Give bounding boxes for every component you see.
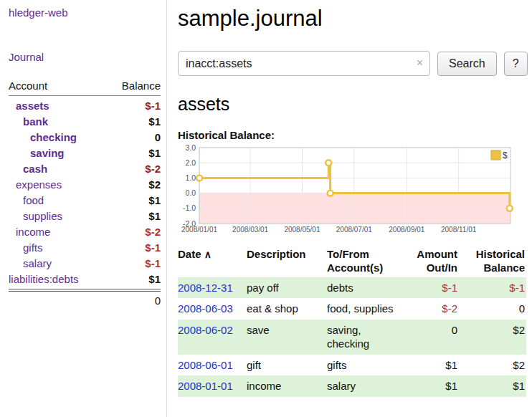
transaction-date-link[interactable]: 2008-06-03 bbox=[178, 302, 233, 315]
register-amount-cell: $1 bbox=[404, 355, 459, 376]
main-content: sample.journal × Search ? assets Histori… bbox=[178, 6, 532, 397]
account-link[interactable]: assets bbox=[9, 100, 49, 112]
account-link[interactable]: checking bbox=[9, 131, 77, 143]
account-balance: $-1 bbox=[145, 257, 161, 269]
svg-text:3.0: 3.0 bbox=[185, 145, 196, 152]
account-balance: $2 bbox=[148, 178, 161, 191]
journal-nav-link[interactable]: Journal bbox=[9, 51, 44, 63]
account-balance: $-1 bbox=[145, 100, 161, 112]
account-link[interactable]: supplies bbox=[9, 210, 62, 222]
register-balance-cell: $1 bbox=[459, 375, 526, 397]
clear-search-icon[interactable]: × bbox=[417, 57, 423, 70]
account-link[interactable]: expenses bbox=[9, 178, 62, 191]
register-description-cell: pay off bbox=[247, 277, 327, 299]
account-rows: assets$-1bank$1checking0saving$1cash$-2e… bbox=[9, 97, 161, 287]
transaction-date-link[interactable]: 2008-01-01 bbox=[178, 380, 233, 392]
account-row: salary$-1 bbox=[9, 255, 161, 271]
register-accounts-cell: gifts bbox=[327, 355, 404, 376]
register-date-cell: 2008-12-31 bbox=[178, 277, 247, 299]
account-row: saving$1 bbox=[9, 145, 161, 160]
account-link[interactable]: liabilities:debts bbox=[9, 273, 79, 285]
account-row: bank$1 bbox=[9, 113, 161, 129]
register-amount-cell: 0 bbox=[404, 320, 459, 355]
account-balance: $-1 bbox=[145, 241, 161, 254]
register-accounts-cell: saving, checking bbox=[327, 320, 404, 355]
sort-ascending-icon: ∧ bbox=[204, 249, 212, 260]
transaction-date-link[interactable]: 2008-12-31 bbox=[178, 282, 233, 294]
account-balance: $-2 bbox=[145, 226, 161, 238]
svg-text:1.0: 1.0 bbox=[185, 173, 196, 182]
balance-column-header: Balance bbox=[122, 80, 161, 92]
account-link[interactable]: gifts bbox=[9, 241, 43, 254]
register-tbody: 2008-12-31pay offdebts$-1$-12008-06-03ea… bbox=[178, 277, 526, 397]
account-balance: 0 bbox=[155, 131, 161, 143]
brand-link[interactable]: hledger-web bbox=[9, 6, 68, 19]
date-column-header[interactable]: Date ∧ bbox=[178, 246, 247, 277]
account-balance: $1 bbox=[148, 147, 161, 159]
register-date-cell: 2008-01-01 bbox=[178, 375, 247, 397]
svg-text:2008/05/01: 2008/05/01 bbox=[284, 226, 320, 234]
svg-text:0.0: 0.0 bbox=[185, 188, 196, 197]
account-link[interactable]: saving bbox=[9, 147, 65, 159]
register-accounts-cell: debts bbox=[327, 277, 404, 299]
register-accounts-cell: salary bbox=[327, 375, 404, 397]
sidebar-nav: Journal bbox=[9, 51, 161, 64]
account-heading: assets bbox=[178, 94, 526, 115]
account-column-header: Account bbox=[9, 80, 47, 92]
account-link[interactable]: salary bbox=[9, 257, 52, 269]
account-row: expenses$2 bbox=[9, 176, 161, 192]
brand: hledger-web bbox=[9, 6, 161, 19]
search-row: × Search ? bbox=[178, 51, 526, 76]
account-link[interactable]: bank bbox=[9, 115, 48, 128]
historical-balance-chart: 3.02.01.00.0-1.0-2.02008/01/012008/03/01… bbox=[178, 145, 515, 236]
search-input[interactable] bbox=[178, 51, 430, 76]
register-balance-cell: $-1 bbox=[459, 277, 526, 299]
register-row: 2008-06-03eat & shopfood, supplies$-20 bbox=[178, 298, 526, 320]
accounts-column-header: To/From Account(s) bbox=[327, 246, 404, 277]
account-balance: $1 bbox=[148, 273, 161, 285]
register-accounts-cell: food, supplies bbox=[327, 298, 404, 320]
register-description-cell: eat & shop bbox=[247, 298, 327, 320]
svg-text:2008/11/01: 2008/11/01 bbox=[441, 226, 477, 234]
transaction-date-link[interactable]: 2008-06-02 bbox=[178, 324, 233, 336]
account-row: income$-2 bbox=[9, 224, 161, 239]
account-link[interactable]: food bbox=[9, 194, 44, 206]
svg-text:2008/03/01: 2008/03/01 bbox=[232, 226, 268, 234]
register-row: 2008-06-02savesaving, checking0$2 bbox=[178, 320, 526, 355]
register-balance-cell: $2 bbox=[459, 320, 526, 355]
svg-text:2008/01/01: 2008/01/01 bbox=[181, 226, 217, 234]
description-column-header: Description bbox=[247, 246, 327, 277]
register-amount-cell: $-2 bbox=[404, 298, 459, 320]
register-description-cell: gift bbox=[247, 355, 327, 376]
account-row: food$1 bbox=[9, 192, 161, 208]
search-button[interactable]: Search bbox=[437, 52, 497, 76]
help-button[interactable]: ? bbox=[504, 52, 528, 76]
svg-text:2008/09/01: 2008/09/01 bbox=[389, 226, 424, 234]
svg-text:2008/07/01: 2008/07/01 bbox=[336, 226, 372, 234]
account-balance: $1 bbox=[148, 210, 161, 222]
page-title: sample.journal bbox=[178, 6, 526, 32]
account-row: supplies$1 bbox=[9, 208, 161, 224]
total-row: 0 bbox=[9, 289, 161, 307]
account-link[interactable]: income bbox=[9, 226, 50, 238]
register-description-cell: save bbox=[247, 320, 327, 355]
date-header-label: Date bbox=[178, 248, 201, 260]
balance-column-header: Historical Balance bbox=[459, 246, 526, 277]
account-link[interactable]: cash bbox=[9, 163, 47, 175]
svg-text:-1.0: -1.0 bbox=[183, 203, 196, 212]
register-balance-cell: 0 bbox=[459, 298, 526, 320]
amount-column-header: Amount Out/In bbox=[404, 246, 459, 277]
register-date-cell: 2008-06-01 bbox=[178, 355, 247, 376]
search-field-wrapper: × bbox=[178, 51, 430, 76]
account-balance-table: Account Balance assets$-1bank$1checking0… bbox=[9, 80, 161, 307]
account-balance: $1 bbox=[148, 115, 161, 128]
register-amount-cell: $1 bbox=[404, 375, 459, 397]
account-row: assets$-1 bbox=[9, 97, 161, 113]
chart-title: Historical Balance: bbox=[178, 129, 526, 141]
account-table-header: Account Balance bbox=[9, 80, 161, 96]
account-balance: $-2 bbox=[145, 163, 161, 175]
account-row: checking0 bbox=[9, 129, 161, 145]
svg-text:2.0: 2.0 bbox=[185, 158, 196, 167]
register-date-cell: 2008-06-03 bbox=[178, 298, 247, 320]
transaction-date-link[interactable]: 2008-06-01 bbox=[178, 359, 233, 371]
